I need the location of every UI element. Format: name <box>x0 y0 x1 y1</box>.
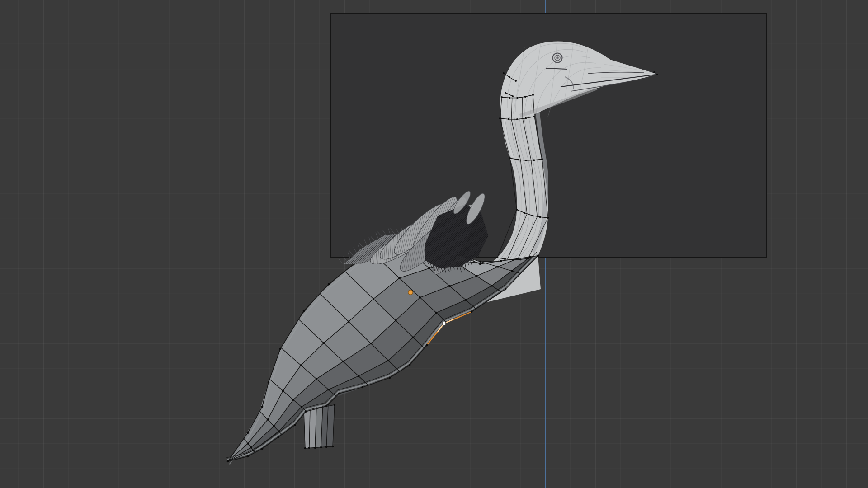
heron-mesh-object[interactable] <box>0 0 868 488</box>
model-body[interactable] <box>226 244 539 465</box>
model-head[interactable] <box>500 42 658 118</box>
blender-3d-viewport[interactable] <box>0 0 868 488</box>
object-origin-icon[interactable] <box>408 290 413 295</box>
eye[interactable] <box>553 53 562 63</box>
active-vertex[interactable] <box>443 322 446 325</box>
head-surface[interactable] <box>500 42 657 118</box>
